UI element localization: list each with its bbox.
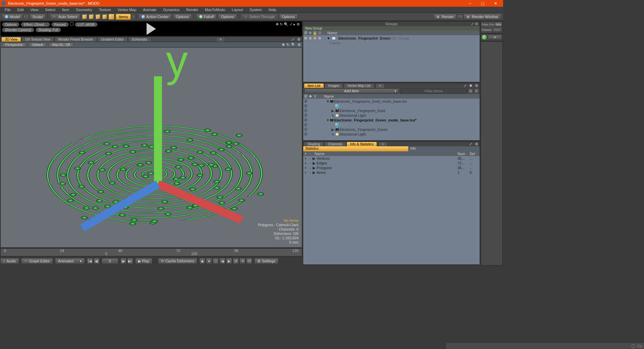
play-icon[interactable]: [147, 23, 156, 35]
menu-help[interactable]: Help: [265, 8, 280, 12]
settings-button[interactable]: ⚙Settings: [254, 258, 278, 264]
action-center-options[interactable]: Options: [173, 14, 192, 20]
chevron-icon[interactable]: ▸: [293, 22, 296, 27]
refresh-icon[interactable]: ↻: [280, 22, 283, 27]
menu-animate[interactable]: Animate: [140, 8, 160, 12]
expand-icon[interactable]: ⤢: [471, 22, 474, 26]
tab-info-statistics[interactable]: Info & Statistics: [346, 142, 377, 146]
step-back-icon[interactable]: ◀|: [94, 258, 100, 264]
sculpt-mode-button[interactable]: Sculpt: [30, 14, 46, 20]
preview-pause[interactable]: Paused: [51, 22, 69, 27]
play-button[interactable]: ▶ Play: [135, 258, 152, 264]
stat-row-items[interactable]: +-▶Items10: [303, 170, 480, 175]
menu-layout[interactable]: Layout: [228, 8, 246, 12]
menu-edit[interactable]: Edit: [14, 8, 27, 12]
axis-gizmo-icon[interactable]: y: [7, 47, 302, 244]
items-icon[interactable]: [109, 14, 113, 19]
stat-row-polygons[interactable]: +-▶Polygons36......: [303, 165, 480, 170]
filter-items-input[interactable]: Filter Items: [400, 89, 467, 94]
menu-vertex-map[interactable]: Vertex Map: [114, 8, 140, 12]
new-pass-button[interactable]: New: [492, 28, 502, 32]
s-toggle[interactable]: S: [468, 89, 473, 94]
item-row[interactable]: ⦿▶Electronic_Fingerprint_Green (2): [303, 127, 480, 132]
close-button[interactable]: ✕: [489, 0, 502, 7]
menu-render[interactable]: Render: [183, 8, 202, 12]
falloff-button[interactable]: Falloff: [196, 14, 217, 20]
tab-channels[interactable]: Channels: [324, 142, 346, 146]
timeline[interactable]: 024487296120 0 120: [0, 248, 302, 256]
auto-select-button[interactable]: ↖Auto Select: [50, 14, 80, 20]
panel-gear-icon[interactable]: ⚙: [296, 37, 302, 42]
panel-gear-icon[interactable]: ⚙: [474, 84, 480, 88]
stat-row-vertices[interactable]: +-▶Vertices36......: [303, 156, 480, 161]
model-mode-button[interactable]: Model: [2, 14, 23, 20]
preview-lut[interactable]: LUT: sRGB: [75, 22, 98, 27]
refresh-pass-button[interactable]: [482, 35, 487, 40]
move-icon[interactable]: ✥: [276, 22, 279, 27]
tab-render-preset-browser[interactable]: Render Preset Browser: [55, 37, 97, 42]
vp-rotate-icon[interactable]: ↻: [286, 43, 289, 47]
menu-file[interactable]: File: [1, 8, 14, 12]
item-row[interactable]: ⦿↳Directional Light: [303, 113, 480, 118]
select-through-button[interactable]: ⇲Select Through: [241, 14, 277, 20]
render-window-button[interactable]: ▣Render Window: [464, 14, 501, 20]
preview-effect[interactable]: Effect: (Shadi...: [21, 22, 50, 27]
prev-key-icon[interactable]: ◀: [219, 258, 225, 264]
go-start-icon[interactable]: |◀: [87, 258, 93, 264]
tool-icon[interactable]: ✦: [239, 258, 246, 264]
statistics-tab[interactable]: Statistics: [303, 146, 408, 151]
select-through-options[interactable]: Options: [279, 14, 298, 20]
info-tab[interactable]: Info: [408, 146, 480, 151]
edges-icon[interactable]: [89, 14, 93, 19]
vp-gear-icon[interactable]: ⚙: [298, 43, 301, 47]
viewport-3d[interactable]: No Items Polygons : Catmull-Clark Channe…: [0, 47, 302, 248]
menu-view[interactable]: View: [27, 8, 42, 12]
new-group-button[interactable]: New Group: [303, 26, 480, 31]
frame-field[interactable]: 0: [102, 258, 118, 264]
falloff-options[interactable]: Options: [218, 14, 237, 20]
animated-dropdown[interactable]: Animated▾: [55, 258, 85, 264]
item-row[interactable]: ⦿Mesh: [303, 104, 480, 108]
new-passgroup-button[interactable]: New: [495, 22, 502, 27]
cache-deformers-button[interactable]: ⟳Cache Deformers: [158, 258, 197, 264]
expand-icon[interactable]: ⤢: [289, 22, 292, 27]
item-row[interactable]: ⦿▼Electronic_Fingerprint_Green_modo_base…: [303, 118, 480, 122]
panel-gear2-icon[interactable]: ✱: [468, 84, 474, 88]
tab-add[interactable]: +: [216, 37, 225, 42]
view-mode[interactable]: Perspective: [2, 43, 26, 47]
item-row[interactable]: ⦿▶Electronic_Fingerprint_Gold (2): [303, 108, 480, 113]
tab-add[interactable]: +: [376, 83, 385, 88]
panel-expand-icon[interactable]: ⤢: [468, 142, 474, 146]
go-end-icon[interactable]: ▶|: [127, 258, 133, 264]
man-icon[interactable]: ☋: [246, 258, 252, 264]
materials-icon[interactable]: [103, 14, 107, 19]
tab-add[interactable]: +: [378, 142, 388, 146]
vp-move-icon[interactable]: ✥: [282, 43, 285, 47]
group-row[interactable]: ▼ Electronic_Fingerprint_Green (4) : Gro…: [304, 36, 479, 41]
vertices-icon[interactable]: [83, 14, 87, 19]
audio-button[interactable]: ♪Audio: [0, 258, 19, 264]
f-toggle[interactable]: F: [474, 89, 479, 94]
tab-3d-view[interactable]: 3D View: [1, 37, 21, 42]
stat-row-edges[interactable]: +-▶Edges72......: [303, 161, 480, 165]
vp-zoom-icon[interactable]: 🔍: [291, 43, 296, 47]
rec-icon[interactable]: ●: [206, 258, 212, 264]
preview-camera[interactable]: (Render Camera): [2, 28, 34, 32]
passes-next-button[interactable]: ≫: [488, 35, 502, 40]
menu-texture[interactable]: Texture: [96, 8, 114, 12]
tab-shading[interactable]: Shading: [304, 142, 324, 146]
link-icon[interactable]: ⇄: [233, 258, 239, 264]
add-item-dropdown[interactable]: Add Item: [304, 89, 399, 94]
key-icon[interactable]: ◆: [199, 258, 205, 264]
menu-select[interactable]: Select: [42, 8, 59, 12]
tab-uv-texture-view[interactable]: UV Texture View: [22, 37, 54, 42]
tab-images[interactable]: Images: [325, 83, 343, 88]
panel-gear-icon[interactable]: ⚙: [474, 142, 480, 146]
gear-icon[interactable]: ⚙: [475, 22, 478, 26]
item-row[interactable]: ⦿↳Directional Light: [303, 132, 480, 137]
render-button[interactable]: ▣Render: [433, 14, 457, 20]
next-key-icon[interactable]: ▶: [226, 258, 232, 264]
preview-shading[interactable]: Shading: Full: [36, 28, 61, 32]
items-mode-button[interactable]: Items: [116, 14, 131, 20]
lock-icon[interactable]: [70, 22, 73, 26]
